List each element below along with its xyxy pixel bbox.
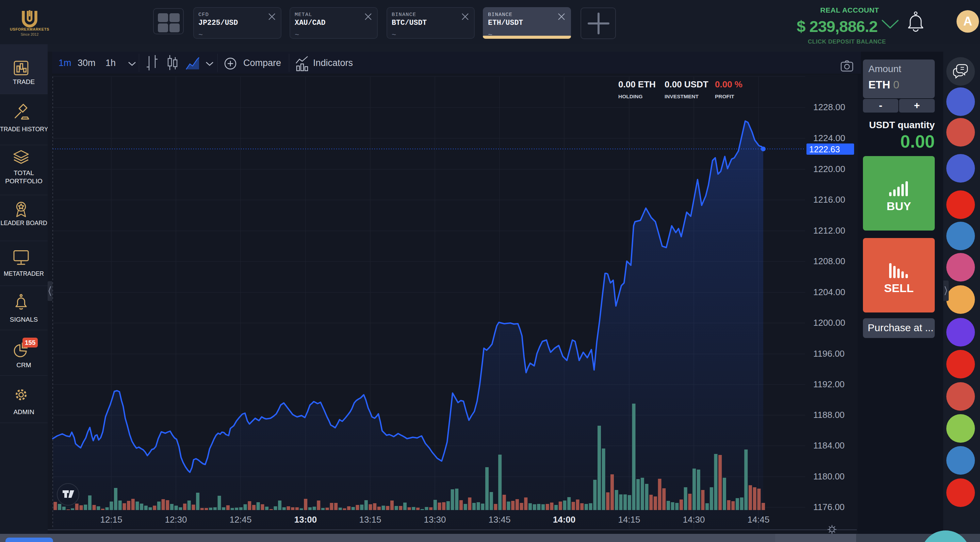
svg-text:14:15: 14:15	[618, 515, 640, 525]
svg-text:1180.00: 1180.00	[813, 471, 845, 482]
svg-text:12:30: 12:30	[165, 515, 187, 525]
svg-text:1188.00: 1188.00	[813, 410, 845, 420]
svg-text:1176.00: 1176.00	[813, 502, 845, 512]
svg-text:13:30: 13:30	[424, 515, 446, 525]
svg-text:0.00 USDT: 0.00 USDT	[665, 79, 708, 89]
svg-text:13:45: 13:45	[488, 515, 511, 525]
svg-text:0.00 ETH: 0.00 ETH	[618, 79, 656, 89]
svg-text:0.00 %: 0.00 %	[715, 79, 743, 89]
svg-text:Since 2012: Since 2012	[21, 32, 39, 36]
svg-text:14:00: 14:00	[553, 515, 576, 525]
svg-text:13:00: 13:00	[294, 515, 317, 525]
svg-text:INVESTMENT: INVESTMENT	[665, 94, 698, 99]
svg-text:14:30: 14:30	[682, 515, 705, 525]
svg-text:12:15: 12:15	[100, 515, 122, 525]
svg-text:1204.00: 1204.00	[813, 287, 845, 297]
svg-text:1212.00: 1212.00	[813, 225, 845, 236]
svg-text:13:15: 13:15	[359, 515, 381, 525]
svg-text:1220.00: 1220.00	[813, 164, 845, 174]
svg-text:1222.63: 1222.63	[809, 144, 840, 154]
svg-text:HOLDING: HOLDING	[618, 94, 643, 99]
svg-text:1216.00: 1216.00	[813, 195, 845, 205]
svg-text:1228.00: 1228.00	[813, 102, 845, 112]
svg-text:1200.00: 1200.00	[813, 318, 845, 328]
svg-text:12:45: 12:45	[229, 515, 251, 525]
svg-text:1224.00: 1224.00	[813, 133, 845, 143]
svg-text:1184.00: 1184.00	[813, 441, 845, 450]
svg-text:1192.00: 1192.00	[813, 379, 845, 389]
svg-text:14:45: 14:45	[747, 515, 769, 525]
svg-text:PROFIT: PROFIT	[715, 94, 734, 99]
svg-text:USFOREXMARKETS: USFOREXMARKETS	[10, 27, 49, 31]
svg-text:1196.00: 1196.00	[813, 349, 845, 359]
svg-text:1208.00: 1208.00	[813, 256, 845, 266]
